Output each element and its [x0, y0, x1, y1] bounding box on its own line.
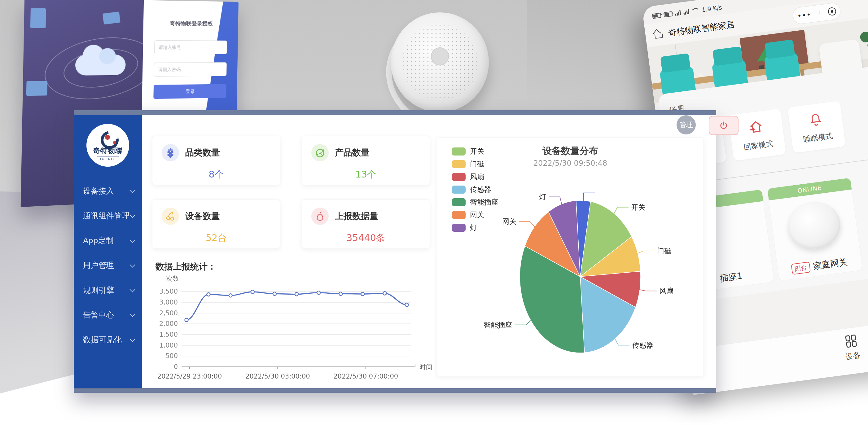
stat-label: 品类数量 — [185, 147, 220, 159]
home-icon[interactable] — [653, 29, 663, 40]
power-button[interactable] — [709, 116, 739, 135]
chevron-down-icon — [129, 311, 135, 317]
stat-label: 设备数量 — [185, 210, 220, 222]
screen-shape — [30, 8, 46, 28]
cherry-icon — [162, 208, 179, 225]
sidebar-item-4[interactable]: 用户管理 — [74, 253, 142, 278]
svg-text:2,000: 2,000 — [159, 320, 178, 327]
svg-text:2022/5/30 03:00:00: 2022/5/30 03:00:00 — [245, 373, 310, 380]
stat-card-1: 品类数量 8个 — [152, 136, 280, 185]
stat-value: 52台 — [162, 232, 271, 245]
stat-value: 13个 — [311, 168, 421, 181]
chevron-down-icon — [129, 262, 135, 267]
close-capsule-icon[interactable] — [828, 7, 836, 16]
svg-text:2022/5/30 07:00:00: 2022/5/30 07:00:00 — [333, 373, 398, 380]
svg-text:灯: 灯 — [539, 193, 546, 201]
sidebar-item-label: 设备接入 — [83, 186, 114, 196]
chevron-down-icon — [129, 187, 135, 193]
svg-text:0: 0 — [174, 363, 178, 371]
svg-text:2,500: 2,500 — [159, 310, 178, 317]
device-pie-chart: 开关门磁风扇传感器智能插座网关灯 — [437, 138, 704, 375]
svg-text:1,000: 1,000 — [159, 342, 178, 349]
sidebar-item-5[interactable]: 规则引擎 — [74, 278, 142, 303]
stat-value: 8个 — [162, 168, 271, 181]
sidebar-item-label: 通讯组件管理 — [83, 211, 129, 221]
lime-icon — [311, 144, 329, 161]
speaker-logo-cap — [431, 48, 449, 65]
svg-text:开关: 开关 — [631, 203, 645, 211]
miniprogram-pill: ••• — [792, 2, 842, 25]
sim1-battery-icon — [652, 13, 661, 19]
sidebar-item-label: 用户管理 — [83, 260, 114, 271]
stage: 奇特物联登录授权 登录 1.9 K/s N ◷ — [0, 0, 868, 443]
more-menu-icon[interactable]: ••• — [797, 10, 812, 20]
stat-label: 产品数量 — [335, 147, 370, 159]
svg-text:3,500: 3,500 — [159, 288, 178, 295]
dashboard-bottom-edge — [74, 388, 716, 393]
pie-card: 设备数量分布 2022/5/30 09:50:48 开关 门磁 风扇 传感器 智… — [437, 137, 704, 376]
svg-text:500: 500 — [165, 352, 178, 360]
pear-icon — [311, 208, 329, 225]
dashboard-content: 品类数量 8个 产品数量 13个 设备数量 52台 上报数据量 35440条 数… — [142, 115, 716, 388]
screen-shape — [26, 81, 48, 96]
svg-text:传感器: 传感器 — [632, 341, 654, 349]
dashboard-top-edge — [74, 110, 716, 115]
stat-card-3: 设备数量 52台 — [152, 199, 280, 249]
mode-label: 睡眠模式 — [803, 131, 833, 145]
account-input[interactable] — [154, 40, 227, 54]
logo-mark-icon — [100, 130, 116, 145]
svg-text:门磁: 门磁 — [657, 247, 671, 255]
sidebar-item-1[interactable]: 设备接入 — [74, 179, 142, 203]
device-name: 家庭网关 — [812, 256, 848, 272]
room-tag: 阳台 — [791, 261, 811, 275]
svg-text:1,500: 1,500 — [159, 331, 178, 338]
report-section-title: 数据上报统计： — [156, 261, 216, 273]
sidebar-item-6[interactable]: 告警中心 — [74, 303, 142, 327]
mug — [759, 65, 764, 69]
sidebar-item-label: 告警中心 — [83, 310, 114, 320]
admin-dashboard: 奇特物聯 IOTKIT 设备接入通讯组件管理App定制用户管理规则引擎告警中心数… — [74, 110, 716, 393]
grapes-icon — [162, 144, 179, 161]
mode-card-3[interactable]: 睡眠模式 — [787, 101, 846, 153]
tab-devices-label: 设备 — [845, 350, 862, 362]
cloud-icon — [75, 55, 126, 75]
svg-text:2022/5/29 23:00:00: 2022/5/29 23:00:00 — [157, 373, 222, 380]
svg-text:3,000: 3,000 — [159, 298, 178, 306]
chevron-down-icon — [129, 212, 135, 218]
stat-value: 35440条 — [311, 232, 421, 245]
mode-label: 回家模式 — [743, 139, 774, 152]
sidebar-item-label: 规则引擎 — [83, 285, 114, 295]
login-title: 奇特物联登录授权 — [155, 20, 227, 28]
admin-badge-button[interactable]: 管理 — [677, 115, 696, 134]
sim2-battery-icon — [663, 11, 673, 17]
sidebar-item-3[interactable]: App定制 — [74, 228, 142, 253]
stat-card-2: 产品数量 13个 — [302, 136, 430, 185]
chevron-down-icon — [129, 287, 135, 292]
home-mode-icon — [747, 118, 765, 137]
report-line-chart: 05001,0001,5002,0002,5003,0003,500次数时间20… — [145, 275, 436, 388]
sidebar-item-2[interactable]: 通讯组件管理 — [74, 203, 142, 228]
password-input[interactable] — [154, 62, 227, 76]
signal2-icon — [683, 9, 689, 14]
screen-shape — [102, 11, 121, 25]
device-card-2[interactable]: ONLINE 阳台 家庭网关 — [767, 178, 863, 281]
app-title: 奇特物联智能家居 — [668, 19, 736, 39]
stat-card-4: 上报数据量 35440条 — [302, 199, 430, 249]
svg-text:时间: 时间 — [420, 363, 432, 371]
sidebar-item-7[interactable]: 数据可见化 — [74, 327, 142, 352]
login-button[interactable]: 登录 — [153, 84, 226, 99]
sidebar-item-label: App定制 — [83, 235, 114, 246]
sidebar-item-label: 数据可见化 — [83, 335, 122, 345]
gateway-image — [785, 199, 843, 252]
grid-icon — [843, 333, 859, 349]
net-speed: 1.9 K/s — [701, 4, 722, 13]
sleep-mode-icon — [807, 110, 825, 129]
smart-speaker-device — [391, 12, 489, 112]
stat-label: 上报数据量 — [335, 210, 378, 222]
chevron-down-icon — [129, 336, 135, 342]
svg-text:智能插座: 智能插座 — [484, 321, 513, 329]
logo: 奇特物聯 IOTKIT — [86, 124, 129, 167]
sidebar: 奇特物聯 IOTKIT 设备接入通讯组件管理App定制用户管理规则引擎告警中心数… — [74, 115, 142, 388]
tab-devices[interactable]: 设备 — [842, 333, 861, 362]
svg-text:网关: 网关 — [502, 218, 517, 225]
